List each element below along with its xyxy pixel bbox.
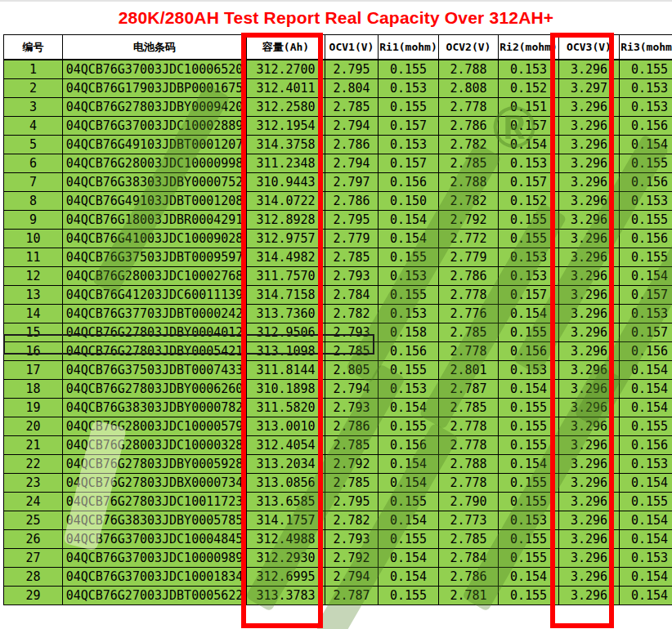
barcode-cell: 04QCB76G38303JDBY0000752	[63, 173, 247, 192]
table-row: 104QCB76G37003JDC10006520312.27002.7950.…	[4, 60, 672, 79]
value-cell: 0.153	[620, 305, 672, 323]
row-number-cell: 23	[4, 474, 63, 493]
value-cell: 0.157	[499, 117, 559, 136]
row-number-cell: 22	[4, 455, 63, 474]
value-cell: 3.296	[559, 60, 620, 79]
value-cell: 3.296	[559, 211, 620, 230]
value-cell: 0.155	[620, 248, 672, 267]
value-cell: 2.795	[325, 211, 379, 230]
barcode-cell: 04QCB76G27803JDBX0000734	[63, 474, 247, 493]
table-body: 104QCB76G37003JDC10006520312.27002.7950.…	[4, 60, 672, 605]
value-cell: 0.156	[620, 117, 672, 136]
value-cell: 0.154	[620, 511, 672, 530]
value-cell: 0.155	[499, 549, 559, 568]
value-cell: 0.153	[499, 511, 559, 530]
value-cell: 0.155	[499, 474, 559, 493]
value-cell: 0.155	[620, 154, 672, 173]
value-cell: 0.157	[499, 286, 559, 305]
value-cell: 2.793	[325, 399, 379, 417]
value-cell: 0.153	[379, 380, 439, 399]
value-cell: 2.784	[325, 286, 379, 305]
value-cell: 2.778	[439, 342, 499, 361]
value-cell: 0.153	[620, 79, 672, 98]
value-cell: 2.794	[325, 154, 379, 173]
value-cell: 2.784	[439, 549, 499, 568]
row-number-cell: 7	[4, 173, 63, 192]
value-cell: 0.155	[620, 493, 672, 511]
value-cell: 3.296	[559, 117, 620, 136]
value-cell: 2.795	[325, 493, 379, 511]
value-cell: 313.2034	[247, 455, 325, 474]
value-cell: 0.156	[379, 173, 439, 192]
value-cell: 312.9757	[247, 230, 325, 248]
barcode-cell: 04QCB76G27803JDBY0009420	[63, 98, 247, 117]
value-cell: 2.786	[325, 417, 379, 436]
row-number-cell: 5	[4, 136, 63, 154]
value-cell: 0.154	[620, 530, 672, 549]
value-cell: 0.155	[499, 436, 559, 455]
barcode-cell: 04QCB76G18003JDBR0004291	[63, 211, 247, 230]
value-cell: 312.2580	[247, 98, 325, 117]
value-cell: 0.155	[379, 248, 439, 267]
barcode-cell: 04QCB76G28003JDC10000998	[63, 154, 247, 173]
value-cell: 0.153	[379, 79, 439, 98]
table-row: 304QCB76G27803JDBY0009420312.25802.7850.…	[4, 98, 672, 117]
barcode-cell: 04QCB76G37703JDBT0000242	[63, 305, 247, 323]
barcode-cell: 04QCB76G49103JDBT0001207	[63, 136, 247, 154]
value-cell: 2.782	[325, 305, 379, 323]
table-row: 2604QCB76G37003JDC10004845312.49882.7930…	[4, 530, 672, 549]
value-cell: 3.296	[559, 511, 620, 530]
value-cell: 2.792	[325, 549, 379, 568]
table-row: 1704QCB76G37503JDBT0007433311.81442.8050…	[4, 361, 672, 380]
value-cell: 2.794	[325, 568, 379, 587]
barcode-cell: 04QCB76G28003JDC10002768	[63, 267, 247, 286]
row-number-cell: 16	[4, 342, 63, 361]
table-row: 2304QCB76G27803JDBX0000734313.08562.7850…	[4, 474, 672, 493]
barcode-cell: 04QCB76G41003JDC10009028	[63, 230, 247, 248]
value-cell: 0.154	[379, 211, 439, 230]
value-cell: 311.7570	[247, 267, 325, 286]
value-cell: 2.786	[439, 267, 499, 286]
value-cell: 3.296	[559, 173, 620, 192]
report-title: 280K/280AH Test Report Real Capacity Ove…	[119, 8, 554, 28]
table-row: 2404QCB76G27803JDC10011723313.65852.7950…	[4, 493, 672, 511]
table-row: 804QCB76G49103JDBT0001208314.07222.7860.…	[4, 192, 672, 211]
value-cell: 2.786	[439, 117, 499, 136]
value-cell: 2.785	[439, 530, 499, 549]
value-cell: 0.155	[499, 399, 559, 417]
value-cell: 311.2348	[247, 154, 325, 173]
table-row: 1904QCB76G38303JDBY0000782311.58202.7930…	[4, 399, 672, 417]
report-sheet: 280K/280AH Test Report Real Capacity Ove…	[0, 0, 672, 629]
value-cell: 2.785	[325, 342, 379, 361]
value-cell: 3.296	[559, 248, 620, 267]
table-row: 2004QCB76G28003JDC10000579313.00102.7860…	[4, 417, 672, 436]
value-cell: 0.150	[379, 192, 439, 211]
row-number-cell: 20	[4, 417, 63, 436]
value-cell: 312.4054	[247, 436, 325, 455]
value-cell: 2.808	[439, 79, 499, 98]
value-cell: 312.2700	[247, 60, 325, 79]
table-row: 1104QCB76G37503JDBT0009597314.49822.7850…	[4, 248, 672, 267]
barcode-cell: 04QCB76G38303JDBY0005785	[63, 511, 247, 530]
value-cell: 0.153	[499, 361, 559, 380]
value-cell: 3.296	[559, 530, 620, 549]
table-row: 1404QCB76G37703JDBT0000242313.73602.7820…	[4, 305, 672, 323]
row-number-cell: 4	[4, 117, 63, 136]
value-cell: 0.156	[620, 436, 672, 455]
value-cell: 313.1098	[247, 342, 325, 361]
value-cell: 2.785	[325, 248, 379, 267]
test-report-table: 编号电池条码容量(Ah)OCV1(V)Ri1(mohm)OCV2(V)Ri2(m…	[3, 34, 672, 605]
row-number-cell: 8	[4, 192, 63, 211]
value-cell: 312.2930	[247, 549, 325, 568]
value-cell: 3.296	[559, 399, 620, 417]
table-row: 2904QCB76G27003JDBT0005622313.37832.7870…	[4, 587, 672, 605]
value-cell: 310.1898	[247, 380, 325, 399]
value-cell: 314.7158	[247, 286, 325, 305]
table-row: 704QCB76G38303JDBY0000752310.94432.7970.…	[4, 173, 672, 192]
value-cell: 2.793	[325, 530, 379, 549]
value-cell: 3.296	[559, 192, 620, 211]
value-cell: 0.156	[379, 342, 439, 361]
table-row: 504QCB76G49103JDBT0001207314.37582.7860.…	[4, 136, 672, 154]
value-cell: 2.804	[325, 79, 379, 98]
value-cell: 310.9443	[247, 173, 325, 192]
